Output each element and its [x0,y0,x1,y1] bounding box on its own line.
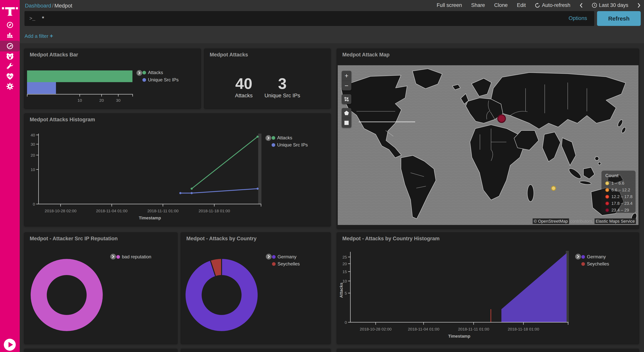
clock-icon [592,3,597,8]
zoom-out-button[interactable]: − [342,81,351,90]
legend-expand-button[interactable] [136,70,142,76]
query-prompt-icon: >_ [29,16,35,22]
draw-rectangle-button[interactable] [342,118,351,128]
legend-expand-button[interactable] [266,254,272,259]
panel-attacks-histogram: Medpot Attacks Histogram 40 30 20 10 0 2… [24,113,330,226]
fit-bounds-button[interactable] [342,94,351,104]
legend-item-seychelles[interactable]: Seychelles [581,261,609,267]
time-range-picker[interactable]: Last 30 days [592,2,628,8]
medpot-dashboard: Dashboard / Medpot Full screen Share Clo… [0,0,644,352]
donut-slice-bad-reputation[interactable] [39,267,95,323]
sidebar-item-dashboard[interactable] [0,41,20,51]
svg-text:2018-11-11 01:00: 2018-11-11 01:00 [148,209,179,213]
legend-item-unique-src-ips[interactable]: Unique Src IPs [142,77,179,83]
zoom-in-button[interactable]: + [342,71,351,81]
clone-button[interactable]: Clone [494,2,508,8]
donut-slice-germany[interactable] [194,267,250,323]
gear-icon [6,83,14,90]
map-draw-controls [342,108,351,128]
bucket-dot-5 [605,208,609,212]
time-back-chevron-icon[interactable] [580,3,583,8]
bucket-label: 6.6 – 12.2 [612,188,630,193]
map-fit-control [342,94,351,104]
refresh-button[interactable]: Refresh [597,11,641,26]
query-input[interactable]: >_ * Options [24,11,594,26]
osm-link[interactable]: © OpenStreetMap [533,218,569,224]
world-map[interactable] [338,65,638,225]
donut-chart[interactable] [24,233,178,344]
metric-unique-src-ips: 3 Unique Src IPs [261,75,304,99]
sidebar-item-visualize[interactable] [0,30,20,40]
full-screen-button[interactable]: Full screen [436,2,462,8]
map-zoom-controls: + − [342,71,351,90]
legend-item-germany[interactable]: Germany [581,254,606,259]
area-chart[interactable]: 25 20 15 10 5 0 2018-10-28 02:00 2018-11… [337,233,639,344]
map-point-germany[interactable] [498,115,506,122]
svg-text:20: 20 [342,262,347,266]
panel-next-row-2 [181,349,330,352]
auto-refresh-button[interactable]: Auto-refresh [535,2,570,8]
svg-text:10: 10 [78,98,82,102]
legend-row: 17.8 – 23.4 [605,200,636,207]
legend-row: 6.6 – 12.2 [605,187,636,193]
metric-label: Attacks [223,93,265,99]
donut-chart[interactable] [181,233,331,344]
sidebar-item-health[interactable] [0,71,20,82]
legend-dot-germany [581,255,585,259]
query-options-link[interactable]: Options [569,15,587,21]
sidebar-item-honeypot[interactable] [0,51,20,62]
edit-button[interactable]: Edit [517,2,526,8]
legend-dot-attacks [142,71,146,74]
svg-text:30: 30 [31,142,35,146]
legend-expand-button[interactable] [110,254,116,259]
legend-item-attacks[interactable]: Attacks [142,70,163,75]
add-filter-link[interactable]: Add a filter + [24,33,53,39]
metric-attacks: 40 Attacks [223,75,265,99]
legend-item-bad-reputation[interactable]: bad reputation [116,254,151,259]
series-area-germany [502,253,566,322]
sidebar-play-button[interactable] [3,338,16,352]
add-filter-label: Add a filter [24,33,48,39]
legend-label: Unique Src IPs [277,142,308,148]
sidebar-item-tools[interactable] [0,61,20,72]
svg-text:10: 10 [31,167,35,172]
legend-row: 12.2 – 17.8 [605,193,636,200]
time-forward-chevron-icon[interactable] [638,3,640,8]
legend-item-seychelles[interactable]: Seychelles [272,261,300,267]
sidebar-item-settings[interactable] [0,81,20,92]
ems-link[interactable]: Elastic Maps Service [594,218,636,224]
bucket-label: 17.8 – 23.4 [612,201,632,206]
legend-label: Seychelles [587,261,609,267]
polygon-icon [344,111,349,116]
svg-text:2018-11-18 01:00: 2018-11-18 01:00 [508,327,539,331]
line-chart[interactable]: 40 30 20 10 0 2018-10-28 02:00 2018-11-0… [24,114,331,227]
legend-dot-unique-src-ips [142,78,146,82]
svg-text:Attacks: Attacks [339,282,344,298]
draw-polygon-button[interactable] [342,108,351,118]
legend-item-attacks[interactable]: Attacks [272,135,292,140]
telekom-logo[interactable] [1,3,19,18]
svg-text:2018-11-04 01:00: 2018-11-04 01:00 [408,327,439,331]
query-value[interactable]: * [42,15,44,22]
legend-label: Unique Src IPs [148,77,179,83]
sidebar-item-discover[interactable] [0,20,20,30]
breadcrumb-dashboard-link[interactable]: Dashboard [25,3,51,9]
svg-text:30: 30 [116,98,120,102]
panel-next-row-1 [24,349,178,352]
legend-expand-button[interactable] [266,135,271,141]
legend-item-germany[interactable]: Germany [272,254,296,259]
svg-text:20: 20 [99,98,104,102]
legend-expand-button[interactable] [575,254,581,259]
donut-slice-seychelles[interactable] [213,267,222,268]
svg-text:Timestamp: Timestamp [139,216,161,220]
svg-text:0: 0 [33,202,35,206]
svg-text:2018-11-18 01:00: 2018-11-18 01:00 [198,209,230,213]
map-point-seychelles[interactable] [552,186,556,190]
panel-attacks-metric: Medpot Attacks 40 Attacks 3 Unique Src I… [204,49,330,109]
header: Dashboard / Medpot Full screen Share Clo… [20,0,644,43]
metric-label: Unique Src IPs [261,93,304,99]
legend-item-unique-src-ips[interactable]: Unique Src IPs [272,142,308,148]
legend-label: Seychelles [278,261,300,267]
chevron-right-icon [268,255,270,258]
share-button[interactable]: Share [471,2,485,8]
